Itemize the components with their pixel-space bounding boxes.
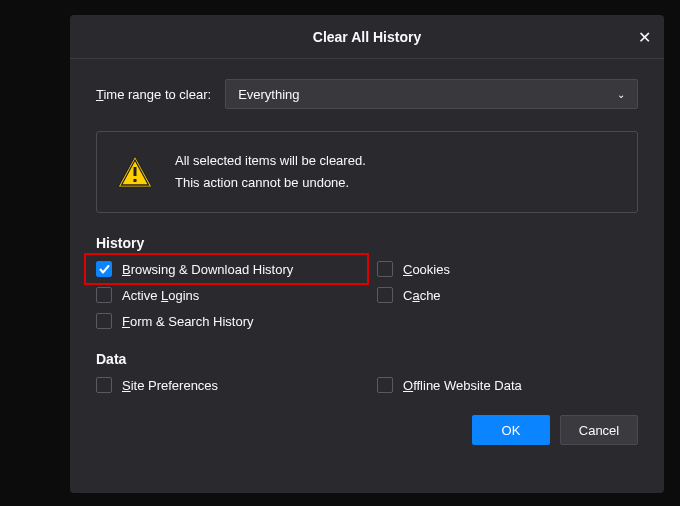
active-logins-option[interactable]: Active Logins <box>96 287 357 303</box>
checkbox-icon <box>96 313 112 329</box>
checkbox-checked-icon <box>96 261 112 277</box>
dialog-content: Time range to clear: Everything ⌄ All se… <box>70 59 664 463</box>
form-search-history-option[interactable]: Form & Search History <box>96 313 357 329</box>
cookies-option[interactable]: Cookies <box>377 261 638 277</box>
time-range-value: Everything <box>238 87 299 102</box>
browsing-download-history-option[interactable]: Browsing & Download History <box>96 261 293 277</box>
checkbox-icon <box>377 377 393 393</box>
warning-icon <box>117 155 153 189</box>
warning-text: All selected items will be cleared. This… <box>175 150 366 194</box>
cache-option[interactable]: Cache <box>377 287 638 303</box>
cancel-button[interactable]: Cancel <box>560 415 638 445</box>
close-icon: ✕ <box>638 28 651 47</box>
svg-rect-3 <box>134 179 137 182</box>
data-options-grid: Site Preferences Offline Website Data <box>96 377 638 393</box>
dialog-title: Clear All History <box>313 29 421 45</box>
warning-panel: All selected items will be cleared. This… <box>96 131 638 213</box>
dialog-titlebar: Clear All History ✕ <box>70 15 664 59</box>
dialog-buttons: OK Cancel <box>96 415 638 445</box>
ok-button[interactable]: OK <box>472 415 550 445</box>
time-range-row: Time range to clear: Everything ⌄ <box>96 79 638 109</box>
checkbox-icon <box>377 287 393 303</box>
history-options-grid: Browsing & Download History Cookies Acti… <box>96 261 638 329</box>
offline-website-data-option[interactable]: Offline Website Data <box>377 377 638 393</box>
highlight-annotation: Browsing & Download History <box>84 253 369 285</box>
checkbox-icon <box>96 287 112 303</box>
section-data-title: Data <box>96 351 638 367</box>
site-preferences-option[interactable]: Site Preferences <box>96 377 357 393</box>
clear-history-dialog: Clear All History ✕ Time range to clear:… <box>70 15 664 493</box>
svg-rect-2 <box>134 167 137 176</box>
checkbox-icon <box>377 261 393 277</box>
close-button[interactable]: ✕ <box>630 23 658 51</box>
checkbox-icon <box>96 377 112 393</box>
time-range-dropdown[interactable]: Everything ⌄ <box>225 79 638 109</box>
section-history-title: History <box>96 235 638 251</box>
chevron-down-icon: ⌄ <box>617 89 625 100</box>
time-range-label: Time range to clear: <box>96 87 211 102</box>
